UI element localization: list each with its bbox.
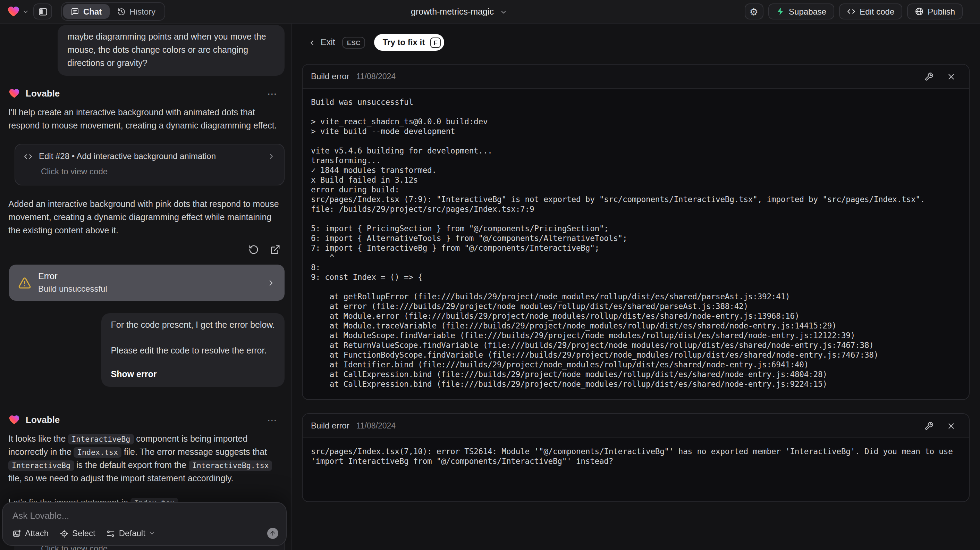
- message-menu-button[interactable]: ⋯: [267, 414, 278, 426]
- globe-icon: [915, 7, 923, 16]
- chevron-right-icon: [267, 278, 275, 287]
- tab-history[interactable]: History: [109, 4, 163, 19]
- code-icon: [24, 152, 33, 161]
- fix-panel: Exit ESC Try to fix it F Build error 11/…: [291, 24, 980, 550]
- build-error-title: Build error: [311, 72, 350, 81]
- top-bar-actions: ⚙ Supabase Edit code Publish: [745, 3, 963, 19]
- chevron-down-icon: [500, 8, 508, 16]
- select-label: Select: [72, 528, 95, 538]
- supabase-label: Supabase: [789, 6, 826, 16]
- supabase-button[interactable]: Supabase: [768, 3, 834, 19]
- publish-label: Publish: [928, 6, 955, 16]
- open-preview-icon[interactable]: [270, 244, 280, 255]
- build-error-header: Build error 11/08/2024: [302, 414, 969, 438]
- close-icon[interactable]: [947, 421, 956, 430]
- edit-card-title: Edit #28 • Add interactive background an…: [39, 151, 216, 161]
- build-error-title: Build error: [311, 421, 350, 430]
- image-plus-icon: [13, 529, 22, 538]
- f-key-badge: F: [430, 37, 441, 48]
- tab-chat-label: Chat: [83, 6, 102, 16]
- user-message-line: For the code present, I get the error be…: [111, 319, 275, 332]
- warning-triangle-icon: [18, 276, 31, 289]
- error-card-texts: Error Build unsuccessful: [38, 271, 107, 294]
- assistant-message-header: Lovable ⋯: [8, 414, 285, 426]
- fix-panel-header: Exit ESC Try to fix it F: [291, 24, 980, 51]
- message-actions: [12, 244, 280, 255]
- build-error-date: 11/08/2024: [356, 72, 396, 81]
- chat-icon: [71, 7, 79, 16]
- app-window: Chat History growth-metrics-magic ⚙: [0, 0, 980, 550]
- chevron-down-icon: [22, 8, 29, 15]
- code-icon: [846, 7, 856, 16]
- tab-history-label: History: [129, 6, 156, 16]
- assistant-paragraph: I'll help create an interactive backgrou…: [8, 106, 282, 132]
- mode-dropdown[interactable]: Default: [107, 528, 156, 538]
- build-error-actions: [924, 72, 961, 81]
- settings-button[interactable]: ⚙: [745, 3, 763, 19]
- gear-icon: ⚙: [749, 6, 758, 16]
- show-error-link[interactable]: Show error: [111, 368, 275, 381]
- chevron-right-icon: [267, 152, 275, 160]
- error-card-subtitle: Build unsuccessful: [38, 284, 107, 294]
- mode-label: Default: [119, 528, 145, 538]
- top-bar: Chat History growth-metrics-magic ⚙: [0, 0, 980, 24]
- build-error-card: Build error 11/08/2024 Build was unsucce…: [302, 64, 970, 400]
- tab-chat[interactable]: Chat: [63, 4, 109, 19]
- chat-input-placeholder: Ask Lovable...: [13, 510, 278, 521]
- esc-key-badge: ESC: [342, 37, 366, 48]
- exit-button[interactable]: Exit ESC: [308, 37, 366, 48]
- lovable-heart-icon: [8, 88, 20, 99]
- edit-code-button[interactable]: Edit code: [839, 3, 902, 19]
- top-bar-left: Chat History: [7, 2, 165, 21]
- assistant-paragraph: Added an interactive background with pin…: [8, 198, 282, 238]
- try-to-fix-button[interactable]: Try to fix it F: [374, 34, 444, 51]
- close-icon[interactable]: [947, 72, 956, 81]
- user-message: For the code present, I get the error be…: [101, 313, 285, 387]
- error-card-title: Error: [38, 271, 107, 281]
- edit-code-label: Edit code: [859, 6, 894, 16]
- chevron-left-icon: [308, 38, 316, 46]
- publish-button[interactable]: Publish: [907, 3, 963, 19]
- assistant-name: Lovable: [26, 414, 60, 425]
- history-icon: [117, 7, 125, 16]
- chat-input-box[interactable]: Ask Lovable... Attach Select: [2, 502, 286, 546]
- wrench-icon[interactable]: [924, 421, 934, 430]
- select-button[interactable]: Select: [60, 528, 95, 538]
- error-card[interactable]: Error Build unsuccessful: [9, 265, 285, 301]
- build-error-card: Build error 11/08/2024 src/pages/Index.t…: [302, 413, 970, 502]
- wrench-icon[interactable]: [924, 72, 934, 81]
- restore-icon[interactable]: [248, 244, 259, 255]
- assistant-message-header: Lovable ⋯: [8, 88, 285, 99]
- user-message: maybe diagramming points and when you mo…: [57, 25, 285, 76]
- sidebar-toggle-button[interactable]: [33, 3, 52, 19]
- sliders-icon: [107, 529, 116, 538]
- build-error-actions: [924, 421, 961, 430]
- chat-scroll-area[interactable]: maybe diagramming points and when you mo…: [0, 24, 291, 550]
- build-error-date: 11/08/2024: [356, 421, 396, 430]
- panel-left-icon: [38, 6, 48, 16]
- assistant-paragraph: It looks like the InteractiveBg componen…: [8, 433, 282, 485]
- main-area: maybe diagramming points and when you mo…: [0, 24, 980, 550]
- edit-card-subtitle: Click to view code: [41, 167, 275, 176]
- send-button[interactable]: [267, 528, 278, 539]
- assistant-name: Lovable: [26, 88, 60, 99]
- chevron-down-icon: [149, 530, 156, 537]
- chat-panel: maybe diagramming points and when you mo…: [0, 24, 291, 550]
- target-icon: [60, 529, 69, 538]
- exit-label: Exit: [321, 38, 335, 47]
- build-error-log[interactable]: Build was unsuccessful > vite_react_shad…: [302, 89, 969, 399]
- edit-card-title-row: Edit #28 • Add interactive background an…: [24, 151, 275, 161]
- lovable-heart-icon: [7, 5, 20, 18]
- project-selector[interactable]: growth-metrics-magic: [411, 0, 508, 24]
- lovable-menu[interactable]: [7, 5, 29, 18]
- project-name: growth-metrics-magic: [411, 7, 494, 17]
- lovable-heart-icon: [8, 414, 20, 426]
- build-error-header: Build error 11/08/2024: [302, 65, 969, 89]
- edit-card-28[interactable]: Edit #28 • Add interactive background an…: [14, 144, 285, 185]
- supabase-bolt-icon: [776, 7, 784, 16]
- message-menu-button[interactable]: ⋯: [267, 88, 278, 99]
- user-message-line: Please edit the code to resolve the erro…: [111, 344, 275, 358]
- attach-label: Attach: [25, 528, 49, 538]
- attach-button[interactable]: Attach: [13, 528, 49, 538]
- build-error-log[interactable]: src/pages/Index.tsx(7,10): error TS2614:…: [302, 438, 969, 501]
